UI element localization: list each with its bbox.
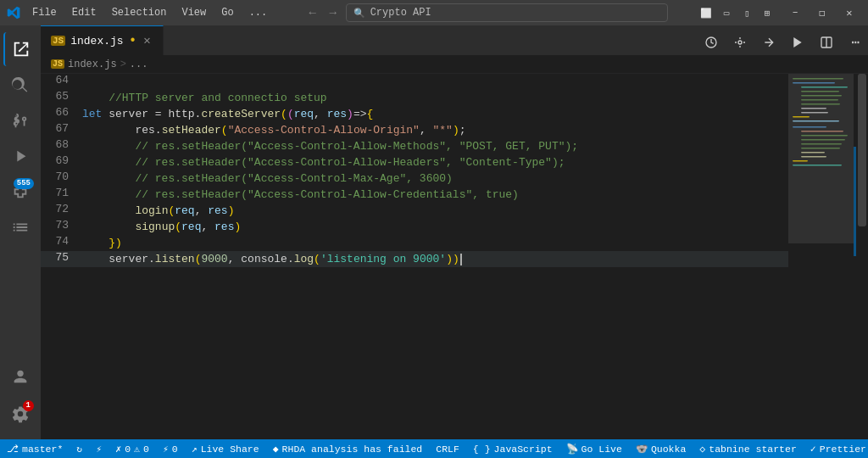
activity-run-debug[interactable] <box>3 139 37 173</box>
tab-index-js[interactable]: JS index.js • ✕ <box>41 25 164 55</box>
warning-count: 0 <box>143 444 149 455</box>
line-row-68: 68 // res.setHeader("Access-Control-Allo… <box>41 138 788 154</box>
top-icon-1[interactable] <box>670 30 695 55</box>
minimize-button[interactable]: – <box>783 3 807 22</box>
svg-rect-6 <box>793 78 843 80</box>
line-row-67: 67 res. setHeader ( "Access-Control-Allo… <box>41 122 788 138</box>
code-token: => <box>353 108 367 120</box>
menu-file[interactable]: File <box>25 5 64 20</box>
line-row-66: 66 let server = http. createServer ( ( r… <box>41 106 788 122</box>
rhda-icon: ◆ <box>273 443 279 455</box>
svg-point-2 <box>738 41 742 44</box>
activity-settings[interactable]: 1 <box>3 397 37 431</box>
layout-icons: ⬜ ▭ ▯ ⊞ <box>697 3 776 22</box>
code-editor[interactable]: 64 65 //HTTP server and connectio setup … <box>41 74 868 439</box>
code-65: //HTTP server and connectio setup <box>79 90 327 106</box>
maximize-button[interactable]: ◻ <box>810 3 834 22</box>
svg-marker-3 <box>793 37 801 47</box>
go-live-label: Go Live <box>581 444 622 455</box>
activity-search[interactable] <box>3 68 37 102</box>
status-sync[interactable]: ↻ <box>70 439 89 458</box>
nav-back[interactable]: ← <box>303 3 322 22</box>
code-token: // res.setHeader("Access-Control-Max-Age… <box>82 172 453 185</box>
status-quokka[interactable]: 🐨 Quokka <box>629 439 693 458</box>
language-label: JavaScript <box>494 444 553 455</box>
layout-icon-3[interactable]: ▯ <box>737 3 756 22</box>
menu-selection[interactable]: Selection <box>105 5 174 20</box>
activity-remote[interactable] <box>3 210 37 244</box>
svg-rect-20 <box>801 139 845 141</box>
top-icon-3[interactable] <box>727 30 753 55</box>
live-share-icon: ↗ <box>192 443 198 455</box>
code-74: }) <box>79 235 122 251</box>
line-num-66: 66 <box>41 106 79 122</box>
status-prettier[interactable]: ✓ Prettier <box>804 439 868 458</box>
top-icon-more[interactable]: ⋯ <box>843 30 868 55</box>
activity-extensions[interactable]: 555 <box>3 175 37 209</box>
top-icon-split[interactable] <box>814 30 839 55</box>
line-num-68: 68 <box>41 138 79 154</box>
svg-rect-16 <box>793 120 839 122</box>
nav-forward[interactable]: → <box>324 3 342 22</box>
status-language[interactable]: { } JavaScript <box>466 439 559 458</box>
scrollbar-thumb[interactable] <box>858 74 866 226</box>
svg-point-0 <box>17 371 23 377</box>
top-icon-run[interactable] <box>785 30 810 55</box>
menu-view[interactable]: View <box>175 5 213 20</box>
status-tests[interactable]: ⚡ 0 <box>156 439 185 458</box>
status-remote[interactable]: ⚡ <box>89 439 108 458</box>
tab-close-button[interactable]: ✕ <box>142 33 152 48</box>
status-tabnine[interactable]: ◇ tabnine starter <box>693 439 803 458</box>
search-icon: 🔍 <box>353 8 365 19</box>
breadcrumb-file[interactable]: index.js <box>68 59 117 70</box>
status-line-ending[interactable]: CRLF <box>429 439 466 458</box>
status-git-branch[interactable]: ⎇ master* <box>0 439 70 458</box>
line-row-64: 64 <box>41 74 788 90</box>
menu-go[interactable]: Go <box>214 5 240 20</box>
code-token: // res.setHeader("Access-Control-Allow-M… <box>82 140 578 153</box>
line-row-71: 71 // res.setHeader("Access-Control-Allo… <box>41 187 788 203</box>
code-token: res. <box>82 124 162 137</box>
status-errors[interactable]: ✗ 0 ⚠ 0 <box>108 439 156 458</box>
line-num-74: 74 <box>41 235 79 251</box>
menu-edit[interactable]: Edit <box>65 5 103 20</box>
layout-icon-1[interactable]: ⬜ <box>697 3 715 22</box>
code-token: ( <box>168 204 175 217</box>
line-row-74: 74 }) <box>41 235 788 251</box>
title-bar-right: ⬜ ▭ ▯ ⊞ – ◻ ✕ <box>697 3 861 22</box>
status-live-share[interactable]: ↗ Live Share <box>185 439 266 458</box>
search-bar[interactable]: 🔍 Crypto API <box>346 3 668 22</box>
status-rhda[interactable]: ◆ RHDA analysis has failed <box>266 439 430 458</box>
menu-more[interactable]: ... <box>242 5 275 20</box>
layout-icon-4[interactable]: ⊞ <box>758 3 776 22</box>
code-token: setHeader <box>162 124 221 137</box>
git-icon: ⎇ <box>7 443 19 455</box>
code-view: 64 65 //HTTP server and connectio setup … <box>41 74 788 439</box>
title-bar-center: ← → 🔍 Crypto API <box>303 3 668 22</box>
status-go-live[interactable]: 📡 Go Live <box>559 439 629 458</box>
code-token: log <box>294 253 314 265</box>
activity-explorer[interactable] <box>3 32 37 66</box>
code-66: let server = http. createServer ( ( req … <box>79 106 373 122</box>
line-num-72: 72 <box>41 203 79 219</box>
scrollbar-track[interactable] <box>856 74 868 439</box>
code-token: req <box>294 108 314 120</box>
top-icon-4[interactable] <box>756 30 782 55</box>
svg-rect-24 <box>801 156 826 158</box>
activity-accounts[interactable] <box>3 360 37 394</box>
activity-source-control[interactable] <box>3 103 37 137</box>
prettier-label: Prettier <box>820 444 866 455</box>
close-button[interactable]: ✕ <box>837 3 861 22</box>
code-token: , <box>201 221 214 233</box>
line-row-69: 69 // res.setHeader("Access-Control-Allo… <box>41 154 788 170</box>
breadcrumb-location[interactable]: ... <box>130 59 148 70</box>
error-icon: ✗ <box>115 443 121 455</box>
svg-rect-25 <box>793 160 808 162</box>
code-token: login <box>135 204 168 217</box>
extensions-badge: 555 <box>14 178 34 189</box>
top-icon-2[interactable] <box>698 30 724 55</box>
line-num-64: 64 <box>41 74 79 90</box>
layout-icon-2[interactable]: ▭ <box>717 3 736 22</box>
nav-arrows: ← → <box>303 3 342 22</box>
code-token: 'listening on 9000' <box>320 253 446 265</box>
